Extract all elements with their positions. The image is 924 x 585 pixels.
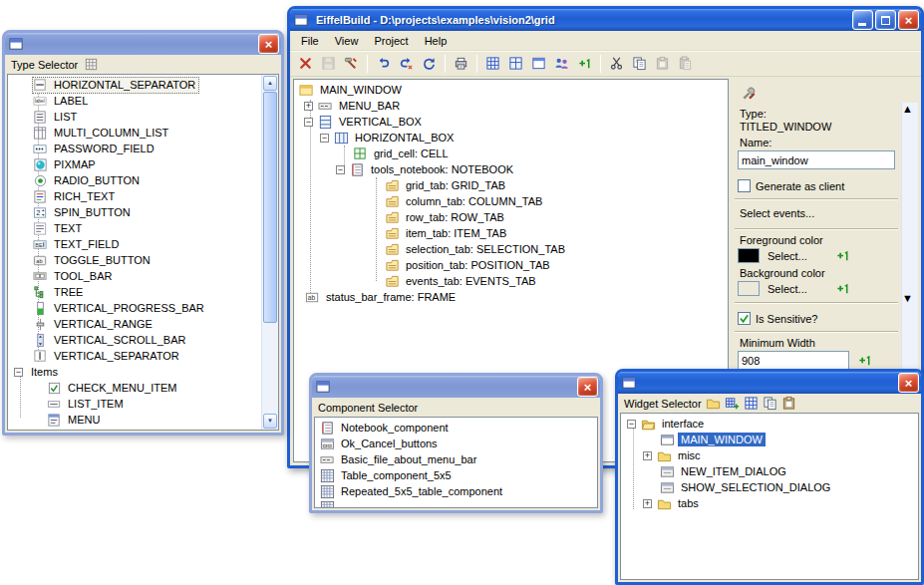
menu-file[interactable]: File bbox=[293, 33, 327, 49]
redo-button[interactable] bbox=[395, 52, 418, 75]
build-button[interactable] bbox=[340, 52, 363, 75]
is-sensitive-checkbox[interactable]: Is Sensitive? bbox=[738, 312, 901, 325]
titlebar[interactable]: EiffelBuild - D:\projects\examples\visio… bbox=[290, 9, 921, 31]
type-multi-column-list[interactable]: MULTI_COLUMN_LIST bbox=[8, 125, 261, 141]
node-tools-notebook-notebook[interactable]: −tools_notebook: NOTEBOOK bbox=[294, 161, 728, 177]
component-notebook-component[interactable]: Notebook_component bbox=[315, 420, 597, 436]
copy-button[interactable] bbox=[628, 52, 651, 75]
close-button[interactable]: × bbox=[258, 34, 279, 54]
minimize-button[interactable] bbox=[852, 10, 873, 30]
foreground-color-swatch[interactable] bbox=[738, 248, 760, 263]
type-radio-button[interactable]: RADIO_BUTTON bbox=[8, 172, 261, 188]
node-menu-bar[interactable]: +MENU_BAR bbox=[294, 98, 728, 114]
cut-button[interactable] bbox=[605, 52, 628, 75]
type-horizontal-separator[interactable]: HORIZONTAL_SEPARATOR bbox=[8, 77, 261, 93]
widget-new-item-dialog[interactable]: NEW_ITEM_DIALOG bbox=[621, 463, 918, 479]
type-password-field[interactable]: PASSWORD_FIELD bbox=[8, 141, 261, 156]
undo-button[interactable] bbox=[372, 52, 395, 75]
type-toggle-button[interactable]: abTOGGLE_BUTTON bbox=[8, 252, 261, 268]
component-table-component-5x5[interactable]: Table_component_5x5 bbox=[315, 467, 597, 483]
node-vertical-box[interactable]: −VERTICAL_BOX bbox=[294, 114, 728, 130]
type-text[interactable]: TEXT bbox=[8, 220, 261, 236]
scroll-up-button[interactable]: ▲ bbox=[263, 76, 277, 91]
copy-button[interactable] bbox=[764, 396, 780, 412]
type-vertical-separator[interactable]: VERTICAL_SEPARATOR bbox=[8, 348, 261, 364]
color-picker-icon[interactable] bbox=[857, 281, 872, 296]
generate-as-client-checkbox[interactable]: Generate as client bbox=[738, 179, 901, 192]
view-grid-button[interactable] bbox=[745, 396, 762, 412]
type-rich-text[interactable]: RICH_TEXT bbox=[8, 188, 261, 204]
paste-button[interactable] bbox=[782, 396, 799, 412]
component-ok-cancel-buttons[interactable]: Ok_Cancel_buttons bbox=[315, 436, 597, 451]
widget-show-selection-dialog[interactable]: SHOW_SELECTION_DIALOG bbox=[621, 479, 918, 495]
type-text-field[interactable]: BETEXT_FIELD bbox=[8, 236, 261, 252]
node-selection-tab-selection-tab[interactable]: selection_tab: SELECTION_TAB bbox=[294, 241, 728, 257]
scroll-down-button[interactable]: ▼ bbox=[263, 414, 277, 429]
scrollbar-thumb[interactable] bbox=[263, 92, 277, 323]
menu-help[interactable]: Help bbox=[417, 33, 456, 49]
foreground-select-button[interactable]: Select... bbox=[768, 250, 807, 262]
widget-interface[interactable]: −interface bbox=[621, 416, 918, 432]
widget-tabs[interactable]: +tabs bbox=[621, 495, 918, 511]
titlebar[interactable]: × bbox=[618, 372, 921, 394]
type-menu[interactable]: MENU bbox=[8, 412, 261, 428]
type-check-menu-item[interactable]: CHECK_MENU_ITEM bbox=[8, 380, 261, 396]
type-spin-button[interactable]: 2SPIN_BUTTON bbox=[8, 204, 261, 220]
expand-toggle[interactable]: + bbox=[304, 102, 313, 111]
print-button[interactable] bbox=[450, 52, 472, 75]
close-button[interactable]: × bbox=[898, 373, 919, 393]
node-main-window[interactable]: MAIN_WINDOW bbox=[294, 82, 728, 98]
delete-button[interactable] bbox=[294, 52, 317, 75]
menu-view[interactable]: View bbox=[327, 33, 367, 49]
collapse-toggle[interactable]: − bbox=[320, 134, 329, 143]
view-grid-button[interactable] bbox=[481, 52, 504, 75]
component-basic-file-about-menu-bar[interactable]: Basic_file_about_menu_bar bbox=[315, 451, 597, 467]
color-picker-icon[interactable] bbox=[857, 248, 872, 263]
component-item[interactable] bbox=[315, 499, 597, 508]
maximize-button[interactable] bbox=[875, 10, 896, 30]
node-position-tab-position-tab[interactable]: position_tab: POSITION_TAB bbox=[294, 257, 728, 273]
type-list[interactable]: LIST bbox=[8, 109, 261, 125]
collapse-toggle[interactable]: − bbox=[627, 420, 636, 429]
widget-main-window[interactable]: MAIN_WINDOW bbox=[621, 432, 918, 447]
node-item-tab-item-tab[interactable]: item_tab: ITEM_TAB bbox=[294, 225, 728, 241]
menu-project[interactable]: Project bbox=[366, 33, 416, 49]
scroll-up-button[interactable]: ▲ bbox=[902, 103, 918, 115]
type-items[interactable]: −Items bbox=[8, 364, 261, 380]
close-button[interactable]: × bbox=[577, 377, 598, 397]
edit-color-icon[interactable] bbox=[879, 248, 894, 263]
scrollbar-thumb[interactable] bbox=[902, 115, 918, 292]
node-status-bar-frame-frame[interactable]: abstatus_bar_frame: FRAME bbox=[294, 289, 728, 305]
collapse-toggle[interactable]: − bbox=[14, 368, 23, 377]
titlebar[interactable]: × bbox=[5, 33, 281, 55]
type-vertical-range[interactable]: VERTICAL_RANGE bbox=[8, 316, 261, 332]
type-tool-bar[interactable]: TOOL_BAR bbox=[8, 268, 261, 284]
add-one-icon[interactable] bbox=[857, 353, 872, 368]
type-tree[interactable]: TREE bbox=[8, 284, 261, 300]
expand-toggle[interactable]: + bbox=[643, 451, 652, 460]
grid-button[interactable] bbox=[83, 57, 100, 73]
widget-misc[interactable]: +misc bbox=[621, 447, 918, 463]
select-events-button[interactable]: Select events... bbox=[740, 207, 814, 219]
grid-add-button[interactable] bbox=[726, 396, 743, 412]
expand-toggle[interactable]: + bbox=[643, 499, 652, 508]
folder-button[interactable] bbox=[707, 396, 724, 412]
users-button[interactable] bbox=[550, 52, 573, 75]
node-row-tab-row-tab[interactable]: row_tab: ROW_TAB bbox=[294, 209, 728, 225]
collapse-toggle[interactable]: − bbox=[304, 118, 313, 127]
type-list-item[interactable]: LIST_ITEM bbox=[8, 396, 261, 412]
type-pixmap[interactable]: PIXMAP bbox=[8, 156, 261, 172]
add-one-button[interactable] bbox=[573, 52, 596, 75]
name-input[interactable] bbox=[738, 150, 895, 169]
type-vertical-progress-bar[interactable]: VERTICAL_PROGRESS_BAR bbox=[8, 300, 261, 316]
edit-color-icon[interactable] bbox=[879, 281, 894, 296]
node-column-tab-column-tab[interactable]: column_tab: COLUMN_TAB bbox=[294, 193, 728, 209]
view-form-button[interactable] bbox=[527, 52, 550, 75]
clear-value-icon[interactable] bbox=[879, 353, 894, 368]
close-button[interactable]: × bbox=[898, 10, 919, 30]
background-color-swatch[interactable] bbox=[738, 281, 760, 296]
add-one-icon[interactable] bbox=[835, 281, 850, 296]
titlebar[interactable]: × bbox=[312, 376, 600, 398]
add-one-icon[interactable] bbox=[835, 248, 850, 263]
collapse-toggle[interactable]: − bbox=[336, 165, 345, 174]
